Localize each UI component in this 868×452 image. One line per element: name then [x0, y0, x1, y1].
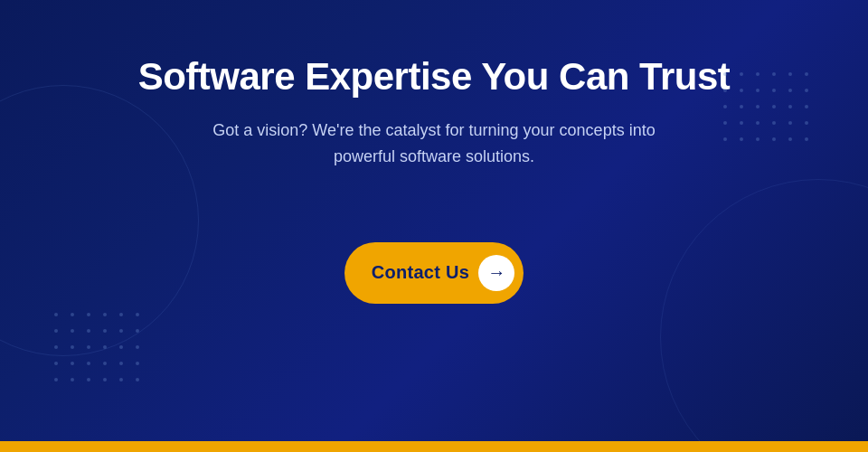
cta-button-label: Contact Us	[372, 262, 470, 283]
cta-arrow-icon: →	[478, 255, 514, 291]
bottom-bar	[0, 441, 868, 452]
page-wrapper: Software Expertise You Can Trust Got a v…	[0, 0, 868, 452]
hero-subtitle: Got a vision? We're the catalyst for tur…	[199, 118, 669, 170]
circle-decoration-right	[660, 179, 868, 441]
dots-top-right	[723, 72, 814, 146]
hero-title: Software Expertise You Can Trust	[138, 54, 731, 99]
hero-section: Software Expertise You Can Trust Got a v…	[0, 0, 868, 441]
dots-bottom-left	[54, 313, 145, 387]
contact-us-button[interactable]: Contact Us →	[344, 242, 524, 304]
